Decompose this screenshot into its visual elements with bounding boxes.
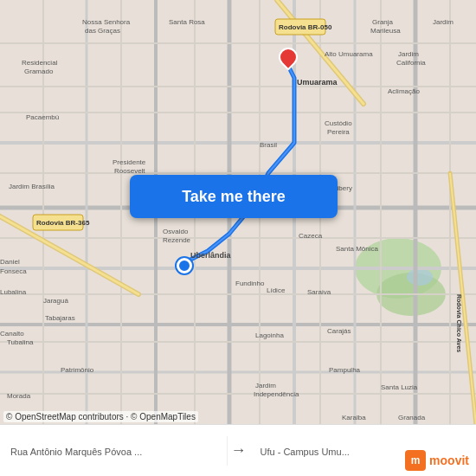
svg-text:Morada: Morada — [7, 392, 31, 400]
svg-text:Aclimação: Aclimação — [388, 87, 420, 95]
svg-text:Fonseca: Fonseca — [0, 267, 27, 275]
svg-text:Daniel: Daniel — [0, 258, 20, 266]
svg-text:Uberlândia: Uberlândia — [190, 251, 232, 260]
moovit-logo: m moovit — [405, 450, 469, 471]
svg-text:Granja: Granja — [372, 18, 394, 26]
svg-text:Pampulha: Pampulha — [329, 366, 361, 374]
svg-text:Granada: Granada — [398, 414, 426, 421]
svg-text:Pereira: Pereira — [327, 128, 350, 136]
moovit-icon: m — [405, 450, 426, 471]
to-label: Ufu - Campus Umu... — [261, 447, 350, 457]
svg-text:Fundinho: Fundinho — [235, 280, 265, 287]
svg-text:Rodovia Chico Aves: Rodovia Chico Aves — [456, 294, 462, 352]
arrow-icon: → — [228, 441, 250, 460]
svg-text:Patrimônio: Patrimônio — [61, 366, 94, 374]
take-me-there-button[interactable]: Take me there — [130, 175, 338, 218]
svg-text:Independência: Independência — [254, 390, 299, 398]
bottom-bar: Rua Antônio Marquês Póvoa ... → Ufu - Ca… — [0, 424, 476, 476]
svg-text:Lubalina: Lubalina — [0, 288, 27, 296]
svg-text:Pacaembú: Pacaembú — [26, 113, 59, 121]
svg-text:Roosevelt: Roosevelt — [114, 167, 145, 175]
svg-text:Alto Umuarama: Alto Umuarama — [325, 50, 373, 58]
svg-text:Cazeca: Cazeca — [299, 232, 323, 240]
svg-text:Nossa Senhora: Nossa Senhora — [82, 18, 131, 26]
svg-text:Santa Mônica: Santa Mônica — [336, 245, 378, 253]
current-location-pin — [177, 258, 192, 273]
svg-text:Carajás: Carajás — [327, 327, 351, 335]
svg-text:Gramado: Gramado — [24, 68, 54, 75]
svg-text:California: California — [396, 59, 426, 67]
svg-text:Umuarama: Umuarama — [297, 78, 338, 87]
svg-text:Osvaldo: Osvaldo — [163, 228, 189, 235]
svg-text:Tubalina: Tubalina — [7, 338, 34, 346]
svg-text:Marileusa: Marileusa — [370, 27, 401, 35]
svg-text:Karalba: Karalba — [342, 414, 366, 421]
map-attribution: © OpenStreetMap contributors · © OpenMap… — [3, 411, 198, 422]
svg-text:Brasil: Brasil — [260, 141, 277, 149]
svg-text:Rodovia BR-365: Rodovia BR-365 — [36, 219, 90, 227]
svg-text:Santa Rosa: Santa Rosa — [169, 18, 205, 26]
svg-text:das Graças: das Graças — [85, 27, 120, 35]
svg-text:Jardim: Jardim — [433, 18, 453, 26]
svg-point-3 — [407, 268, 433, 286]
from-label: Rua Antônio Marquês Póvoa ... — [10, 447, 142, 457]
svg-text:Lídice: Lídice — [267, 286, 286, 294]
map-container[interactable]: Nossa Senhora das Graças Santa Rosa Resi… — [0, 0, 476, 424]
svg-text:Lagoinha: Lagoinha — [255, 331, 284, 339]
moovit-text: moovit — [429, 453, 469, 467]
svg-text:Rodovia BR-050: Rodovia BR-050 — [279, 23, 332, 31]
svg-text:Santa Luzia: Santa Luzia — [381, 383, 418, 391]
svg-text:Custódio: Custódio — [325, 119, 352, 127]
destination-pin — [279, 48, 298, 72]
svg-text:Presidente: Presidente — [113, 158, 146, 166]
svg-text:Saraiva: Saraiva — [307, 288, 331, 296]
svg-text:Residencial: Residencial — [22, 59, 58, 67]
svg-text:Jardim Brasília: Jardim Brasília — [9, 183, 55, 190]
svg-text:Canalto: Canalto — [0, 330, 24, 338]
svg-text:Rezende: Rezende — [163, 236, 191, 244]
svg-text:Tabajaras: Tabajaras — [45, 314, 75, 322]
from-location: Rua Antônio Marquês Póvoa ... — [0, 436, 228, 466]
svg-text:Jardim: Jardim — [398, 50, 419, 58]
svg-text:Jardim: Jardim — [255, 382, 276, 389]
svg-text:Jaraguá: Jaraguá — [43, 297, 68, 305]
